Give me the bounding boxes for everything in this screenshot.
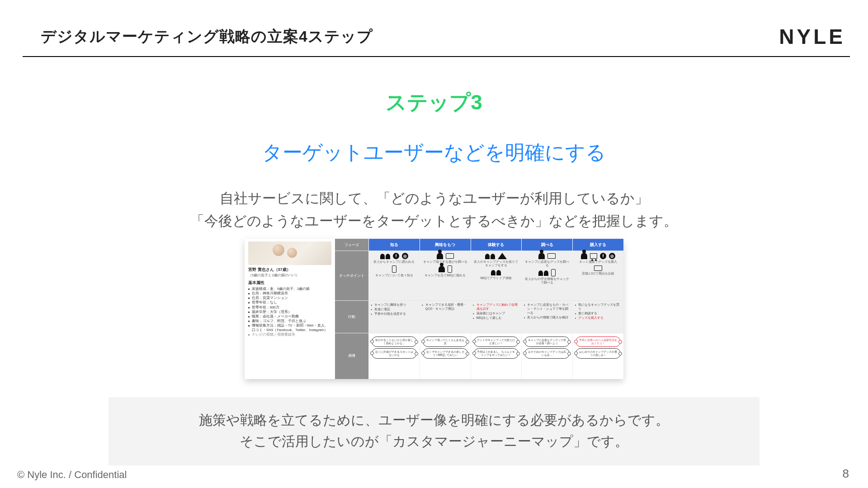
persona-panel: 宮野 寛也さん（37歳） （5歳の息子と2歳の娘のパパ） 基本属性 家族構成：妻…	[245, 239, 335, 379]
action-item: キャンプに必要なもの・カバン・テント・シュラフ等を調べる	[524, 303, 571, 315]
emotion-cell: テントやキャンプって大変だけど楽しい！ 予想以上があるし、ちゃんとキャンプをやっ…	[471, 333, 522, 379]
people-icon	[485, 253, 495, 259]
emotion-bubble: 近くに外遊びできるスポットはないかな	[372, 348, 417, 359]
action-item: 予算や日程を決定する	[371, 312, 418, 316]
lead-line-2: 「今後どのようなユーザーをターゲットとするべきか」などを把握します。	[190, 213, 678, 229]
laptop-icon	[547, 253, 556, 259]
touch-note: キャンプ場でする遊びを調べる	[422, 260, 469, 264]
emotion-bubble: キャンプ場ってたくさんあるなあ	[423, 336, 468, 347]
person-icon	[439, 266, 445, 272]
emotion-cell: キャンプ場ってたくさんあるなあ 近くでキャンプできるの楽しそう〜BBQしてみたい	[420, 333, 471, 379]
persona-attr: 世帯年収：800万	[248, 305, 331, 310]
facebook-icon: f	[393, 253, 399, 259]
emotion-bubble: 近くでキャンプできるの楽しそう〜BBQしてみたい	[423, 348, 468, 359]
page-title: デジタルマーケティング戦略の立案4ステップ	[41, 26, 373, 47]
persona-attr: テレビの視聴／視聴番組等	[248, 332, 331, 337]
persona-attributes: 家族構成：妻、5歳の息子、2歳の娘 住所：神奈川県横浜市 住居：賃貸マンション …	[248, 287, 331, 337]
emotion-bubble: 子供と自然への一人目様生活をおくろう！	[576, 336, 621, 347]
row-touchpoint: タッチポイント f ◎ 友人からキャンプに誘われる キャンプについて色々知る キ…	[335, 251, 623, 300]
customer-journey-map: 宮野 寛也さん（37歳） （5歳の息子と2歳の娘のパパ） 基本属性 家族構成：妻…	[245, 239, 623, 379]
row-label-emotion: 感情	[335, 333, 368, 379]
emotion-cell: キャンプに必要なグッズって何が必要？調べよう おすすめのキャンプグッズは高いなあ…	[521, 333, 572, 379]
phone-icon	[392, 265, 396, 273]
people-icon	[491, 269, 501, 275]
page-number: 8	[843, 467, 849, 481]
person-icon	[538, 253, 545, 259]
touch-cell: f ◎ ネット通販でグッズを購入 店舗とECで用品を比較	[572, 251, 623, 300]
row-emotion: 感情 休日やることないから何か新しく始めようかな… 近くに外遊びできるスポットは…	[335, 333, 623, 379]
person-icon	[581, 253, 587, 259]
persona-attr: 住居：賃貸マンション	[248, 296, 331, 300]
touch-note: 友人からの空き情報をチェックで調べる	[524, 277, 571, 284]
touch-note: 友人からキャンプに誘われる	[371, 260, 418, 264]
facebook-icon: f	[600, 253, 606, 259]
action-cell: キャンプグッズに触れて使用感を試す 温泉後にはキャンプ BBQをして楽しむ	[471, 301, 522, 332]
brand-logo: NYLE	[779, 24, 845, 49]
lead-text: 自社サービスに関して、「どのようなユーザーが利用しているか」 「今後どのようなユ…	[0, 187, 868, 232]
persona-attr: 家族構成：妻、5歳の息子、2歳の娘	[248, 287, 331, 291]
cart-icon	[590, 253, 597, 259]
emotion-bubble: キャンプに必要なグッズって何が必要？調べよう	[524, 336, 570, 347]
matrix-header: フェーズ 知る 興味をもつ 体験する 調べる 購入する	[335, 239, 623, 251]
journey-matrix: フェーズ 知る 興味をもつ 体験する 調べる 購入する タッチポイント f ◎ …	[335, 239, 623, 379]
touch-cell: 友人のキャンプグッズを借りてキャンプをする BBQでアウトドア体験	[471, 251, 522, 300]
action-item: キャンプできる場所・費用・QCD・キャンプ用品	[422, 303, 469, 311]
slide-header: デジタルマーケティング戦略の立案4ステップ NYLE	[41, 24, 845, 49]
row-label-touch: タッチポイント	[335, 251, 368, 300]
step-label: ステップ3	[0, 89, 868, 117]
matrix-corner: フェーズ	[335, 239, 368, 251]
step-title: ターゲットユーザーなどを明確にする	[0, 139, 868, 166]
touch-cell: キャンプ場でする遊びを調べる キャンプを見てBBQに憧れる	[420, 251, 471, 300]
callout-line-1: 施策や戦略を立てるために、ユーザー像を明確にする必要があるからです。	[199, 412, 669, 427]
action-item: 友人からの情報で購入を検討	[524, 316, 571, 320]
action-item: 友達に電話	[371, 308, 418, 312]
action-item: BBQをして楽しむ	[473, 316, 520, 320]
phase-header: 知る	[368, 239, 420, 251]
touch-cell: f ◎ 友人からキャンプに誘われる キャンプについて色々知る	[368, 251, 420, 300]
store-icon	[594, 265, 602, 271]
emotion-bubble: テントやキャンプって大変だけど楽しい！	[474, 336, 519, 347]
emotion-bubble: おすすめのキャンプグッズは高いなあ…	[524, 348, 570, 359]
header-divider	[23, 56, 850, 57]
persona-attr: 最終学歴：大学（理系）	[248, 310, 331, 314]
emotion-cell: 子供と自然への一人目様生活をおくろう！ はじめてのキャンプグッズが届くの楽しみ！	[572, 333, 623, 379]
tent-icon	[498, 253, 507, 259]
touch-note: キャンプについて色々知る	[371, 274, 418, 277]
emotion-bubble: はじめてのキャンプグッズが届くの楽しみ！	[576, 348, 621, 359]
persona-attr: 住所：神奈川県横浜市	[248, 291, 331, 296]
action-item: キャンプに興味を持つ	[371, 303, 418, 307]
action-cell: キャンプに必要なもの・カバン・テント・シュラフ等を調べる 友人からの情報で購入を…	[521, 301, 572, 332]
lead-line-1: 自社サービスに関して、「どのようなユーザーが利用しているか」	[220, 190, 649, 206]
footer-copyright: © Nyle Inc. / Confidential	[17, 469, 127, 481]
emotion-bubble: 予想以上があるし、ちゃんとキャンプをやってみたい！	[474, 348, 519, 359]
persona-attr: 世帯年収：なし	[248, 300, 331, 305]
action-cell: 気になるキャンプグッズを買う 妻に相談する グッズを購入する	[572, 301, 623, 332]
touch-note: キャンプに必要なグッズを調べる	[524, 260, 571, 267]
persona-photo	[248, 242, 331, 265]
persona-attr: 職業：会社員・メーカー勤務	[248, 314, 331, 319]
action-item: 温泉後にはキャンプ	[473, 312, 520, 316]
persona-attr: 情報収集方法：雑誌・TV・新聞・Web・友人、口コミ・SNS（Facebook、…	[248, 323, 331, 332]
people-icon	[380, 253, 390, 259]
phase-header: 興味をもつ	[420, 239, 471, 251]
action-item: 妻に相談する	[575, 312, 622, 316]
emotion-cell: 休日やることないから何か新しく始めようかな… 近くに外遊びできるスポットはないか…	[368, 333, 420, 379]
emotion-bubble: 休日やることないから何か新しく始めようかな…	[372, 336, 417, 347]
instagram-icon: ◎	[609, 253, 615, 259]
touch-note: 店舗とECで用品を比較	[575, 272, 622, 275]
phase-header: 購入する	[572, 239, 623, 251]
row-label-action: 行動	[335, 301, 368, 332]
people-icon	[538, 270, 548, 276]
persona-attr: 趣味：ゴルフ、料理、子供と遊ぶ	[248, 319, 331, 323]
phone-icon	[551, 269, 556, 276]
persona-name: 宮野 寛也さん（37歳）	[248, 267, 331, 273]
phase-header: 調べる	[521, 239, 572, 251]
touch-note: 友人のキャンプグッズを借りてキャンプをする	[473, 260, 520, 267]
touch-note: ネット通販でグッズを購入	[575, 260, 622, 264]
phone-icon	[448, 265, 452, 273]
action-item: キャンプグッズに触れて使用感を試す	[473, 303, 520, 311]
action-cell: キャンプできる場所・費用・QCD・キャンプ用品	[420, 301, 471, 332]
callout-line-2: そこで活用したいのが「カスタマージャーニーマップ」です。	[240, 434, 628, 449]
laptop-icon	[446, 253, 454, 259]
person-icon	[437, 253, 443, 259]
